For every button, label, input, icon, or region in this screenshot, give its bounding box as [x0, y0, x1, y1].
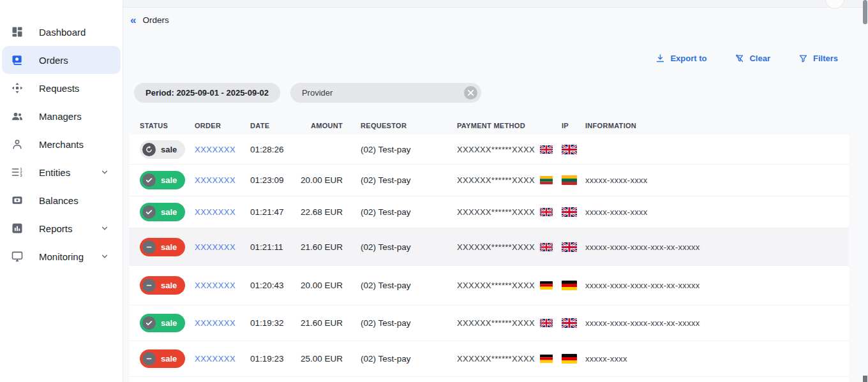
- table-row[interactable]: sale XXXXXXX 01:23:09 20.00 EUR (02) Tes…: [130, 165, 849, 196]
- date-cell: 01:21:11: [250, 242, 295, 252]
- payment-country-flag-icon: [540, 281, 553, 290]
- date-cell: 01:19:32: [250, 318, 295, 328]
- order-link[interactable]: XXXXXXX: [195, 175, 250, 185]
- status-cell: sale: [140, 349, 195, 368]
- table-row[interactable]: sale XXXXXXX 01:21:11 21.60 EUR (02) Tes…: [130, 228, 849, 266]
- payment-country-flag-icon: [540, 176, 553, 184]
- sidebar-item-label: Dashboard: [39, 27, 86, 38]
- requestor-cell: (02) Test-pay: [343, 354, 457, 364]
- payment-method-cell: XXXXXX******XXXX: [457, 318, 562, 328]
- order-link[interactable]: XXXXXXX: [195, 145, 250, 154]
- filters-button-label: Filters: [813, 54, 838, 63]
- ip-country-flag-icon: [562, 242, 577, 252]
- card-number: XXXXXX******XXXX: [457, 318, 535, 328]
- information-cell: xxxxx-xxxx-xxxx: [585, 207, 849, 217]
- ip-country-flag-icon: [562, 145, 577, 154]
- payment-method-cell: XXXXXX******XXXX: [457, 175, 562, 185]
- table-row[interactable]: sale XXXXXXX 01:19:32 21.60 EUR (02) Tes…: [130, 305, 849, 341]
- ip-country-flag-icon: [562, 281, 577, 290]
- status-badge: sale: [140, 238, 185, 256]
- status-badge-label: sale: [161, 354, 177, 364]
- column-header-information: INFORMATION: [585, 122, 849, 129]
- status-badge: sale: [140, 349, 185, 368]
- period-filter-chip[interactable]: Period: 2025-09-01 - 2025-09-02: [134, 83, 280, 103]
- amount-cell: 20.00 EUR: [295, 281, 343, 290]
- clear-button[interactable]: Clear: [735, 54, 770, 63]
- status-badge-label: sale: [161, 175, 177, 185]
- sidebar-item-requests[interactable]: Requests: [2, 74, 121, 102]
- card-number: XXXXXX******XXXX: [457, 175, 535, 185]
- ip-country-flag-icon: [562, 354, 577, 364]
- sidebar-item-entities[interactable]: 123 Entities: [2, 158, 121, 186]
- card-number: XXXXXX******XXXX: [457, 145, 535, 154]
- chevron-down-icon: [100, 168, 109, 177]
- column-header-status: STATUS: [140, 122, 195, 129]
- sidebar-item-label: Requests: [39, 83, 79, 94]
- status-badge-label: sale: [161, 242, 177, 252]
- requestor-cell: (02) Test-pay: [343, 318, 457, 328]
- table-header-row: STATUSORDERDATEAMOUNTREQUESTORPAYMENT ME…: [130, 117, 849, 135]
- payment-country-flag-icon: [540, 355, 553, 363]
- refresh-icon: [142, 143, 156, 156]
- requestor-cell: (02) Test-pay: [343, 145, 457, 154]
- filters-button[interactable]: Filters: [798, 54, 838, 63]
- sidebar-item-label: Merchants: [39, 139, 84, 150]
- ip-cell: [562, 318, 585, 328]
- table-row[interactable]: sale XXXXXXX 01:19:23 25.00 EUR (02) Tes…: [130, 341, 849, 377]
- sidebar-item-orders[interactable]: Orders: [2, 46, 121, 74]
- ip-cell: [562, 281, 585, 290]
- requestor-cell: (02) Test-pay: [343, 281, 457, 290]
- status-cell: sale: [140, 140, 195, 159]
- payment-method-cell: XXXXXX******XXXX: [457, 354, 562, 364]
- status-badge: sale: [140, 171, 185, 189]
- sidebar-item-monitoring[interactable]: Monitoring: [2, 242, 121, 270]
- ip-cell: [562, 242, 585, 252]
- status-badge: sale: [140, 140, 185, 159]
- ip-cell: [562, 207, 585, 217]
- sidebar-item-label: Monitoring: [39, 251, 84, 262]
- amount-cell: 20.00 EUR: [295, 175, 343, 185]
- download-icon: [655, 54, 665, 63]
- information-cell: xxxxx-xxxx-xxxx-xxx-xx-xxxxx: [585, 242, 849, 252]
- order-link[interactable]: XXXXXXX: [195, 318, 250, 328]
- top-strip: [123, 0, 868, 8]
- sidebar-item-merchants[interactable]: Merchants: [2, 130, 121, 158]
- table-row[interactable]: sale XXXXXXX 01:21:47 22.68 EUR (02) Tes…: [130, 196, 849, 228]
- check-icon: [142, 316, 156, 330]
- sidebar-item-reports[interactable]: Reports: [2, 214, 121, 242]
- table-row[interactable]: sale XXXXXXX 01:20:43 20.00 EUR (02) Tes…: [130, 266, 849, 305]
- vertical-scrollbar-thumb[interactable]: [863, 0, 867, 24]
- order-link[interactable]: XXXXXXX: [195, 354, 250, 364]
- ip-country-flag-icon: [562, 207, 577, 217]
- payment-method-cell: XXXXXX******XXXX: [457, 242, 562, 252]
- entities-icon: 123: [11, 166, 24, 179]
- column-header-amount: AMOUNT: [295, 122, 343, 129]
- minus-icon: [142, 352, 156, 365]
- payment-method-cell: XXXXXX******XXXX: [457, 281, 562, 290]
- ip-cell: [562, 145, 585, 154]
- export-button-label: Export to: [670, 54, 707, 63]
- page-header: « Orders: [130, 15, 169, 26]
- remove-provider-filter-icon[interactable]: [464, 86, 477, 99]
- sidebar-item-balances[interactable]: Balances: [2, 186, 121, 214]
- amount-cell: 21.60 EUR: [295, 318, 343, 328]
- order-link[interactable]: XXXXXXX: [195, 207, 250, 217]
- column-header-order: ORDER: [195, 122, 250, 129]
- card-number: XXXXXX******XXXX: [457, 242, 535, 252]
- order-link[interactable]: XXXXXXX: [195, 242, 250, 252]
- provider-chip-label: Provider: [302, 88, 333, 98]
- order-link[interactable]: XXXXXXX: [195, 281, 250, 290]
- provider-filter-chip[interactable]: Provider: [290, 83, 481, 103]
- amount-cell: 21.60 EUR: [295, 242, 343, 252]
- filter-chips: Period: 2025-09-01 - 2025-09-02 Provider: [134, 83, 481, 103]
- table-row[interactable]: sale XXXXXXX 01:28:26 (02) Test-pay XXXX…: [130, 135, 849, 165]
- sidebar-item-dashboard[interactable]: Dashboard: [2, 18, 121, 46]
- collapse-back-icon[interactable]: «: [130, 15, 135, 26]
- requestor-cell: (02) Test-pay: [343, 242, 457, 252]
- sidebar-item-managers[interactable]: Managers: [2, 102, 121, 130]
- payment-country-flag-icon: [540, 208, 553, 216]
- check-icon: [142, 173, 156, 187]
- orders-icon: [11, 54, 24, 66]
- export-button[interactable]: Export to: [655, 54, 707, 63]
- date-cell: 01:21:47: [250, 207, 295, 217]
